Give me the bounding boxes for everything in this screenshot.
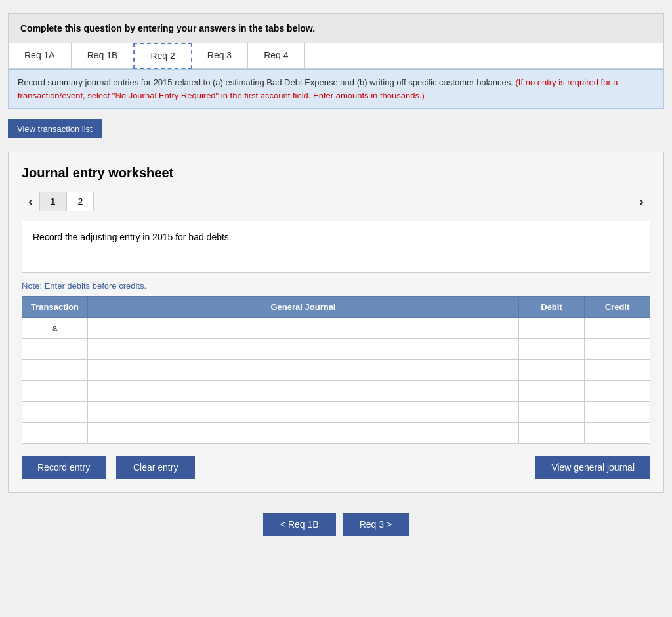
bottom-nav: < Req 1B Req 3 > xyxy=(8,513,664,536)
view-transaction-button[interactable]: View transaction list xyxy=(8,119,102,138)
col-header-general-journal: General Journal xyxy=(88,297,519,318)
general-journal-cell[interactable] xyxy=(88,381,519,402)
debit-input[interactable] xyxy=(519,339,584,359)
table-row: a xyxy=(22,318,650,339)
col-header-debit: Debit xyxy=(519,297,585,318)
table-row xyxy=(22,402,650,423)
general-journal-input[interactable] xyxy=(88,339,518,359)
description-box: Record the adjusting entry in 2015 for b… xyxy=(22,221,650,273)
debit-cell[interactable] xyxy=(519,423,585,444)
debit-cell[interactable] xyxy=(519,402,585,423)
credit-input[interactable] xyxy=(585,339,650,359)
instruction-text: Complete this question by entering your … xyxy=(20,23,315,33)
worksheet-tabs: ‹ 1 2 › xyxy=(22,191,650,211)
col-header-transaction: Transaction xyxy=(22,297,88,318)
general-journal-input[interactable] xyxy=(88,360,518,380)
debit-cell[interactable] xyxy=(519,339,585,360)
next-nav-button[interactable]: Req 3 > xyxy=(343,513,409,536)
general-journal-cell[interactable] xyxy=(88,339,519,360)
transaction-cell xyxy=(22,381,88,402)
table-row xyxy=(22,423,650,444)
general-journal-cell[interactable] xyxy=(88,423,519,444)
record-entry-button[interactable]: Record entry xyxy=(22,456,106,479)
transaction-cell xyxy=(22,423,88,444)
debit-input[interactable] xyxy=(519,402,584,422)
credit-input[interactable] xyxy=(585,318,650,338)
col-header-credit: Credit xyxy=(585,297,650,318)
general-journal-cell[interactable] xyxy=(88,360,519,381)
tabs-row: Req 1A Req 1B Req 2 Req 3 Req 4 xyxy=(8,43,664,69)
journal-table: Transaction General Journal Debit Credit… xyxy=(22,296,650,444)
credit-cell[interactable] xyxy=(585,423,650,444)
credit-cell[interactable] xyxy=(585,318,650,339)
info-main-text: Record summary journal entries for 2015 … xyxy=(18,77,513,87)
tab-req2[interactable]: Req 2 xyxy=(133,43,192,69)
ws-tab-2[interactable]: 2 xyxy=(66,192,94,211)
worksheet-container: Journal entry worksheet ‹ 1 2 › Record t… xyxy=(8,152,664,493)
view-general-journal-button[interactable]: View general journal xyxy=(536,456,650,479)
info-box: Record summary journal entries for 2015 … xyxy=(8,69,664,109)
debit-input[interactable] xyxy=(519,381,584,401)
tab-req3[interactable]: Req 3 xyxy=(192,43,248,68)
tab-req1a[interactable]: Req 1A xyxy=(9,43,72,68)
credit-input[interactable] xyxy=(585,402,650,422)
general-journal-cell[interactable] xyxy=(88,402,519,423)
table-row xyxy=(22,360,650,381)
action-buttons: Record entry Clear entry View general jo… xyxy=(22,456,650,479)
transaction-cell xyxy=(22,339,88,360)
credit-cell[interactable] xyxy=(585,402,650,423)
general-journal-input[interactable] xyxy=(88,402,518,422)
general-journal-input[interactable] xyxy=(88,381,518,401)
credit-input[interactable] xyxy=(585,423,650,443)
credit-cell[interactable] xyxy=(585,381,650,402)
credit-cell[interactable] xyxy=(585,360,650,381)
description-text: Record the adjusting entry in 2015 for b… xyxy=(33,232,232,242)
transaction-cell xyxy=(22,402,88,423)
ws-prev-button[interactable]: ‹ xyxy=(22,191,39,211)
prev-nav-button[interactable]: < Req 1B xyxy=(263,513,336,536)
debit-cell[interactable] xyxy=(519,381,585,402)
credit-cell[interactable] xyxy=(585,339,650,360)
note-text: Note: Enter debits before credits. xyxy=(22,281,650,291)
general-journal-input[interactable] xyxy=(88,318,518,338)
table-row xyxy=(22,381,650,402)
debit-input[interactable] xyxy=(519,360,584,380)
transaction-cell xyxy=(22,360,88,381)
debit-cell[interactable] xyxy=(519,318,585,339)
ws-next-button[interactable]: › xyxy=(633,191,650,211)
general-journal-cell[interactable] xyxy=(88,318,519,339)
credit-input[interactable] xyxy=(585,381,650,401)
debit-input[interactable] xyxy=(519,318,584,338)
tab-req1b[interactable]: Req 1B xyxy=(72,43,135,68)
clear-entry-button[interactable]: Clear entry xyxy=(116,456,195,479)
table-row xyxy=(22,339,650,360)
transaction-cell: a xyxy=(22,318,88,339)
ws-tab-1[interactable]: 1 xyxy=(39,192,67,211)
worksheet-title: Journal entry worksheet xyxy=(22,165,650,181)
general-journal-input[interactable] xyxy=(88,423,518,443)
instruction-bar: Complete this question by entering your … xyxy=(8,13,664,43)
credit-input[interactable] xyxy=(585,360,650,380)
debit-cell[interactable] xyxy=(519,360,585,381)
debit-input[interactable] xyxy=(519,423,584,443)
tab-req4[interactable]: Req 4 xyxy=(248,43,304,68)
